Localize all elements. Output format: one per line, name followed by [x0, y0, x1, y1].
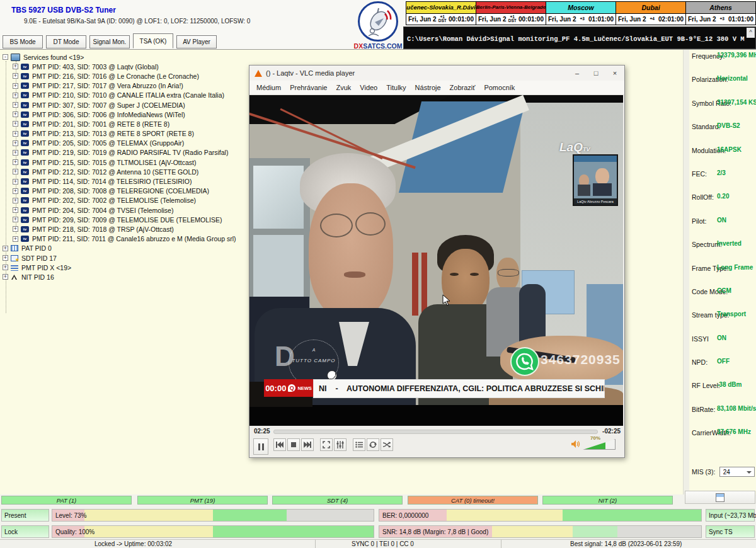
fullscreen-button[interactable]	[320, 438, 333, 451]
collapse-toggle[interactable]: -	[3, 54, 8, 60]
pause-button[interactable]	[253, 438, 268, 455]
tree-item-service[interactable]: +tvPMT PID: 114, SID: 7014 @ TELESIRIO (…	[3, 176, 236, 186]
tree-root[interactable]: -Services found <19>	[3, 52, 236, 62]
console-scroll-up-arrow[interactable]: ^	[747, 28, 755, 38]
tab-bs-mode[interactable]: BS Mode	[3, 35, 43, 49]
tree-item-service[interactable]: +tvPMT PID: 208, SID: 7008 @ TELEREGIONE…	[3, 186, 236, 196]
expand-toggle[interactable]: +	[13, 73, 18, 79]
param-value: Inverted	[717, 240, 742, 247]
expand-toggle[interactable]: +	[13, 102, 18, 108]
stop-button[interactable]	[287, 438, 300, 451]
expand-toggle[interactable]: +	[13, 198, 18, 203]
menu-prehr-vanie[interactable]: Prehrávanie	[285, 84, 331, 91]
tv-icon: tv	[21, 64, 29, 70]
tree-item-service[interactable]: +tvPMT PID: 201, SID: 7001 @ RETE 8 (RET…	[3, 119, 236, 128]
service-label: PMT PID: 307, SID: 7007 @ Super J (COELM…	[32, 101, 185, 109]
expand-toggle[interactable]: +	[13, 179, 18, 185]
expand-toggle[interactable]: +	[13, 150, 18, 156]
loop-button[interactable]	[367, 438, 379, 451]
expand-toggle[interactable]: +	[3, 246, 8, 251]
vlc-titlebar[interactable]: () - Laqtv - VLC media player – □ ×	[249, 66, 624, 81]
tab-dt-mode[interactable]: DT Mode	[46, 35, 86, 49]
command-prompt[interactable]: C:\Users\Roman Dávid>Signal monitoring_P…	[403, 26, 756, 49]
volume-slider[interactable]: 70%	[583, 439, 614, 450]
extended-settings-button[interactable]	[334, 438, 346, 451]
tree-item-service[interactable]: +tvPMT PID: 205, SID: 7005 @ TELEMAX (Gr…	[3, 139, 236, 148]
tree-item-service[interactable]: +tvPMT PID: 209, SID: 7009 @ TELEMOLISE …	[3, 215, 236, 224]
param-row: NPD:OFF	[689, 356, 756, 379]
expand-toggle[interactable]: +	[3, 255, 8, 261]
tree-item-nit[interactable]: +NIT PID 16	[3, 272, 236, 282]
tree-item-service[interactable]: +tvPMT PID: 306, SID: 7006 @ InfoMediaNe…	[3, 110, 236, 119]
tree-item-service[interactable]: +tvPMT PID: 202, SID: 7002 @ TELEMOLISE …	[3, 196, 236, 205]
expand-toggle[interactable]: +	[13, 236, 18, 242]
expand-toggle[interactable]: +	[13, 83, 18, 89]
ticker-brand: NEWS	[297, 385, 312, 391]
ticker-time: 00:00	[265, 384, 286, 393]
speaker-icon[interactable]	[571, 440, 580, 448]
expand-toggle[interactable]: +	[13, 159, 18, 165]
tree-item-service[interactable]: +tvPMT PID: 213, SID: 7013 @ RETE 8 SPOR…	[3, 129, 236, 139]
previous-button[interactable]	[273, 438, 286, 451]
clock-dubai: DubaiFri, Jun 2+402:01:00	[616, 2, 686, 25]
expand-toggle[interactable]: +	[3, 274, 8, 280]
seek-slider[interactable]	[273, 430, 598, 434]
expand-toggle[interactable]: +	[13, 217, 18, 222]
tree-item-service[interactable]: +tvPMT PID: 403, SID: 7003 @ Laqtv (Glob…	[3, 62, 236, 71]
expand-toggle[interactable]: +	[13, 93, 18, 98]
tree-item-table[interactable]: +PAT PID 0	[3, 244, 236, 253]
playlist-button[interactable]	[353, 438, 365, 451]
param-label: RollOff:	[692, 193, 714, 201]
menu-pomocn-k[interactable]: Pomocník	[479, 84, 519, 91]
menu-m-dium[interactable]: Médium	[252, 84, 285, 91]
expand-toggle[interactable]: +	[13, 140, 18, 146]
dxsatcs-logo: DXSATCS.COM	[350, 1, 406, 49]
clock-offset: +1DST	[508, 15, 517, 23]
next-button[interactable]	[301, 438, 314, 451]
tree-item-service[interactable]: +tvPMT PID: 216, SID: 7016 @ Le Cronache…	[3, 71, 236, 81]
tree-item-service[interactable]: +tvPMT PID: 210, SID: 7010 @ CANALE ITAL…	[3, 91, 236, 100]
vertical-scrollbar[interactable]	[683, 50, 689, 494]
tree-item-service[interactable]: +tvPMT PID: 307, SID: 7007 @ Super J (CO…	[3, 100, 236, 110]
tab-av-player[interactable]: AV Player	[176, 35, 217, 49]
tree-item-star[interactable]: +SDT PID 17	[3, 253, 236, 263]
expand-toggle[interactable]: +	[13, 207, 18, 213]
tab-signal-mon-[interactable]: Signal Mon.	[89, 35, 130, 49]
pid-options-button[interactable]	[685, 491, 755, 504]
menu-video[interactable]: Video	[355, 84, 382, 91]
menu-titulky[interactable]: Titulky	[382, 84, 410, 91]
tree-item-service[interactable]: +tvPMT PID: 217, SID: 7017 @ Vera Abruzz…	[3, 81, 236, 91]
tree-item-service[interactable]: +tvPMT PID: 212, SID: 7012 @ Antenna 10 …	[3, 167, 236, 176]
video-canvas[interactable]: LaQTV LaQtv Abruzzo Pescara D A TUTTO CA…	[249, 95, 623, 426]
expand-toggle[interactable]: +	[13, 111, 18, 117]
tab-tsa-ok-[interactable]: TSA (OK)	[133, 33, 173, 49]
expand-toggle[interactable]: +	[13, 188, 18, 194]
tree-item-service[interactable]: +tvPMT PID: 218, SID: 7018 @ TRSP (AjV-O…	[3, 224, 236, 234]
maximize-button[interactable]: □	[587, 66, 605, 81]
expand-toggle[interactable]: +	[3, 265, 8, 270]
menu-zobrazi-[interactable]: Zobraziť	[445, 84, 480, 91]
menu-zvuk[interactable]: Zvuk	[331, 84, 355, 91]
tree-item-service[interactable]: +tvPMT PID: 211, SID: 7011 @ Canale16 ab…	[3, 234, 236, 244]
man1-glasses	[320, 214, 353, 237]
mis-select[interactable]: 24	[719, 467, 755, 477]
expand-toggle[interactable]: +	[13, 121, 18, 127]
random-button[interactable]	[381, 438, 393, 451]
tree-item-service[interactable]: +tvPMT PID: 219, SID: 7019 @ RADIO PARSI…	[3, 148, 236, 157]
tree-item-service[interactable]: +tvPMT PID: 204, SID: 7004 @ TVSEI (Tele…	[3, 205, 236, 215]
expand-toggle[interactable]: +	[13, 64, 18, 69]
expand-toggle[interactable]: +	[13, 226, 18, 232]
mouse-cursor	[442, 294, 450, 306]
menu-n-stroje[interactable]: Nástroje	[411, 84, 445, 91]
minimize-button[interactable]: –	[568, 66, 587, 81]
tree-item-list[interactable]: +PMT PID X <19>	[3, 263, 236, 272]
tree-item-service[interactable]: +tvPMT PID: 215, SID: 7015 @ TLTMOLISE1 …	[3, 157, 236, 167]
tv-icon: tv	[21, 73, 29, 79]
close-button[interactable]: ×	[605, 66, 624, 81]
man2-eye	[470, 273, 479, 276]
expand-toggle[interactable]: +	[13, 131, 18, 137]
service-label: PMT PID: 209, SID: 7009 @ TELEMOLISE DUE…	[32, 216, 222, 224]
pip-body	[593, 183, 612, 196]
sync-counters: SYNC 0 | TEI 0 | CC 0	[352, 540, 414, 547]
expand-toggle[interactable]: +	[13, 169, 18, 174]
